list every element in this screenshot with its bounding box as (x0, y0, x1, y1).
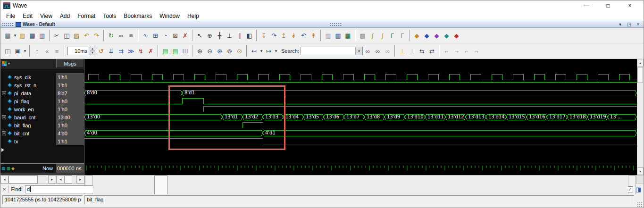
cursor-up-icon[interactable]: ↥ (279, 31, 289, 41)
vertical-scrollbar[interactable]: ▲ ▼ (637, 59, 644, 175)
next-transition-icon[interactable]: ↦ (264, 46, 274, 56)
tool-colors-4-icon[interactable]: ◆ (442, 31, 452, 41)
expand-toggle[interactable]: + (2, 91, 6, 95)
expand-toggle[interactable]: + (2, 115, 6, 119)
pattern-icon[interactable]: ▩ (358, 31, 368, 41)
open-icon[interactable]: ▧ (17, 31, 27, 41)
signal-row-bit_flag[interactable]: bit_flag1'h0 (0, 121, 84, 129)
scroll-right-button[interactable]: ► (76, 175, 84, 183)
zoom-full-icon[interactable]: ⊛ (215, 46, 225, 56)
tool-colors-1-icon[interactable]: ◆ (412, 31, 422, 41)
zoom-in-icon[interactable]: ⊕ (195, 46, 205, 56)
lock-cursor-icon[interactable]: ∥ (234, 31, 244, 41)
columns-blue-icon[interactable]: ▥ (333, 31, 343, 41)
timeline-ruler[interactable] (84, 164, 637, 175)
names-scroll-track[interactable] (8, 175, 48, 183)
paste-icon[interactable]: ▨ (72, 31, 82, 41)
new-file-caret[interactable]: ▾ (13, 31, 17, 41)
virtual-bus-icon[interactable]: ʃ (377, 31, 387, 41)
back-icon[interactable]: « (42, 46, 52, 56)
view-log-icon[interactable]: ≡ (52, 46, 62, 56)
pane-menu-button[interactable]: ▾ (617, 22, 623, 27)
cursor-down-icon[interactable]: ↧ (259, 31, 269, 41)
search-options-icon[interactable]: ∞ (383, 46, 393, 56)
menu-tools[interactable]: Tools (99, 13, 120, 19)
pan-hand-icon[interactable]: Ш (180, 46, 190, 56)
prev-transition-caret[interactable]: ▾ (259, 46, 264, 56)
menu-bookmarks[interactable]: Bookmarks (120, 13, 156, 19)
copy-icon[interactable]: ◫ (62, 31, 72, 41)
values-scroll-track[interactable] (65, 175, 76, 183)
waveform-canvas[interactable]: 8'd08'd113'd013'd113'd213'd313'd413'd513… (84, 59, 637, 164)
search-forward-icon[interactable]: ∞ (373, 46, 383, 56)
break-icon[interactable]: ↯ (136, 46, 146, 56)
find-close-icon[interactable]: × (3, 186, 6, 192)
prev-page-icon[interactable]: ▤ (160, 46, 170, 56)
zoom-to-found-icon[interactable]: ◨ (636, 186, 641, 193)
search-combobox[interactable]: ▾ (301, 47, 363, 55)
restore-button[interactable]: □ (597, 2, 619, 9)
window-select-caret[interactable]: ▾ (23, 46, 27, 56)
scroll-left-button[interactable]: ◄ (0, 175, 8, 183)
expand-toggle[interactable]: + (2, 131, 6, 135)
columns-green-icon[interactable]: ▦ (343, 31, 353, 41)
collapse-step-icon[interactable]: Γ (397, 31, 407, 41)
minimize-button[interactable]: — (576, 2, 597, 9)
cut-icon[interactable]: ✂ (52, 31, 62, 41)
wave-delete-icon[interactable]: ✗ (180, 31, 190, 41)
last-transition-icon[interactable]: ⇄ (427, 46, 437, 56)
spin-down-button[interactable]: ▼ (90, 51, 95, 55)
add-cursor-icon[interactable]: ⊥ (225, 31, 234, 41)
virtual-signal-icon[interactable]: ʃ (368, 31, 377, 41)
menu-file[interactable]: File (2, 13, 19, 19)
menu-edit[interactable]: Edit (19, 13, 36, 19)
remove-cursor-icon[interactable]: ⊥ (407, 46, 417, 56)
expand-time-icon[interactable]: ⌐ (442, 46, 452, 56)
print-icon[interactable]: ▥ (37, 31, 47, 41)
continue-run-icon[interactable]: ⇉ (116, 46, 126, 56)
new-file-icon[interactable]: ▤ (3, 31, 13, 41)
menu-view[interactable]: View (36, 13, 56, 19)
jump-forward-icon[interactable]: ↷ (269, 31, 279, 41)
cursor-up2-icon[interactable]: ↟ (309, 31, 318, 41)
vertical-scroll-thumb[interactable] (637, 67, 643, 83)
values-scroll-thumb[interactable] (65, 175, 72, 183)
signal-row-sys_rst_n[interactable]: sys_rst_n1'h1 (0, 81, 84, 89)
dock-layout-icon[interactable]: ◫ (3, 46, 13, 56)
edit-mode-icon[interactable]: ◧ (244, 31, 254, 41)
timeline-lock-icon[interactable]: ▦ (7, 166, 11, 171)
run-length-input[interactable]: 10ms (67, 47, 89, 55)
next-page-icon[interactable]: ▤ (170, 46, 180, 56)
tool-colors-5-icon[interactable]: ◆ (452, 31, 461, 41)
add-wave-icon[interactable]: ∿ (141, 31, 151, 41)
vertical-scroll-track[interactable] (637, 83, 644, 167)
save-icon[interactable]: ▦ (27, 31, 37, 41)
pane-close-button[interactable]: × (635, 22, 641, 27)
redo-icon[interactable]: ↷ (92, 31, 101, 41)
close-button[interactable]: × (619, 2, 641, 9)
prev-transition-icon[interactable]: ↤ (249, 46, 259, 56)
values-scrollbar[interactable]: ◄ ► (56, 175, 84, 183)
zoom-out-icon[interactable]: ⊖ (205, 46, 215, 56)
menu-format[interactable]: Format (74, 13, 99, 19)
run-length-control[interactable]: 10ms ▲ ▼ (67, 47, 95, 55)
run-icon[interactable]: ⇊ (106, 46, 116, 56)
goto-icon[interactable]: ≡ (126, 31, 136, 41)
collapse-time-icon[interactable]: ¬ (452, 46, 461, 56)
signal-row-pi_flag[interactable]: pi_flag1'h0 (0, 97, 84, 105)
search-reverse-icon[interactable]: ∞ (363, 46, 373, 56)
resize-grip[interactable] (637, 202, 643, 208)
pane-drag-grip[interactable] (2, 23, 14, 26)
jump-back-icon[interactable]: ↶ (299, 31, 309, 41)
menu-add[interactable]: Add (56, 13, 74, 19)
window-select-icon[interactable]: ▣ (13, 46, 23, 56)
signal-row-sys_clk[interactable]: sys_clk1'h1 (0, 73, 84, 81)
tool-colors-3-icon[interactable]: ◆ (432, 31, 442, 41)
scroll-left-button[interactable]: ◄ (57, 175, 65, 183)
expand-step-icon[interactable]: Γ (387, 31, 397, 41)
scroll-right-button[interactable]: ► (48, 175, 56, 183)
pane-float-button[interactable]: ◳ (626, 22, 632, 27)
restart-icon[interactable]: ↺ (96, 46, 106, 56)
zoom-mode-icon[interactable]: ⊕ (205, 31, 215, 41)
signal-row-work_en[interactable]: work_en1'h0 (0, 105, 84, 113)
